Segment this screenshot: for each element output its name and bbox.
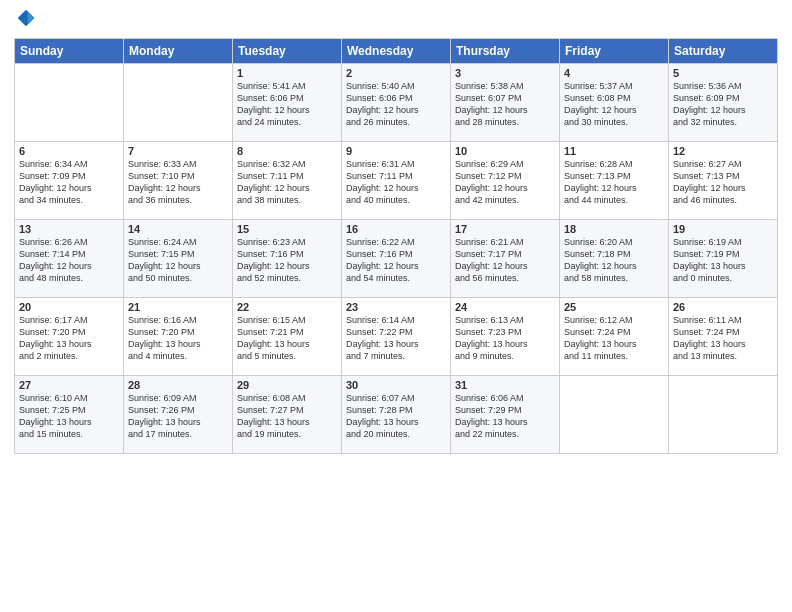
day-info: Sunrise: 6:17 AM Sunset: 7:20 PM Dayligh… [19, 314, 119, 363]
calendar-cell: 24Sunrise: 6:13 AM Sunset: 7:23 PM Dayli… [451, 298, 560, 376]
day-info: Sunrise: 5:40 AM Sunset: 6:06 PM Dayligh… [346, 80, 446, 129]
calendar-week-row: 1Sunrise: 5:41 AM Sunset: 6:06 PM Daylig… [15, 64, 778, 142]
calendar-cell: 15Sunrise: 6:23 AM Sunset: 7:16 PM Dayli… [233, 220, 342, 298]
day-info: Sunrise: 5:41 AM Sunset: 6:06 PM Dayligh… [237, 80, 337, 129]
day-info: Sunrise: 6:32 AM Sunset: 7:11 PM Dayligh… [237, 158, 337, 207]
calendar-cell: 13Sunrise: 6:26 AM Sunset: 7:14 PM Dayli… [15, 220, 124, 298]
calendar-cell: 21Sunrise: 6:16 AM Sunset: 7:20 PM Dayli… [124, 298, 233, 376]
day-number: 31 [455, 379, 555, 391]
day-number: 28 [128, 379, 228, 391]
calendar-week-row: 20Sunrise: 6:17 AM Sunset: 7:20 PM Dayli… [15, 298, 778, 376]
calendar-week-row: 13Sunrise: 6:26 AM Sunset: 7:14 PM Dayli… [15, 220, 778, 298]
day-number: 30 [346, 379, 446, 391]
calendar-cell [669, 376, 778, 454]
calendar-cell: 4Sunrise: 5:37 AM Sunset: 6:08 PM Daylig… [560, 64, 669, 142]
day-number: 21 [128, 301, 228, 313]
calendar-cell: 29Sunrise: 6:08 AM Sunset: 7:27 PM Dayli… [233, 376, 342, 454]
calendar-cell: 8Sunrise: 6:32 AM Sunset: 7:11 PM Daylig… [233, 142, 342, 220]
day-info: Sunrise: 6:22 AM Sunset: 7:16 PM Dayligh… [346, 236, 446, 285]
calendar-cell: 20Sunrise: 6:17 AM Sunset: 7:20 PM Dayli… [15, 298, 124, 376]
day-info: Sunrise: 6:15 AM Sunset: 7:21 PM Dayligh… [237, 314, 337, 363]
day-info: Sunrise: 6:09 AM Sunset: 7:26 PM Dayligh… [128, 392, 228, 441]
day-info: Sunrise: 5:38 AM Sunset: 6:07 PM Dayligh… [455, 80, 555, 129]
day-number: 10 [455, 145, 555, 157]
day-info: Sunrise: 6:20 AM Sunset: 7:18 PM Dayligh… [564, 236, 664, 285]
page: SundayMondayTuesdayWednesdayThursdayFrid… [0, 0, 792, 612]
day-info: Sunrise: 5:37 AM Sunset: 6:08 PM Dayligh… [564, 80, 664, 129]
calendar-cell: 1Sunrise: 5:41 AM Sunset: 6:06 PM Daylig… [233, 64, 342, 142]
calendar-cell: 31Sunrise: 6:06 AM Sunset: 7:29 PM Dayli… [451, 376, 560, 454]
calendar-cell: 22Sunrise: 6:15 AM Sunset: 7:21 PM Dayli… [233, 298, 342, 376]
day-info: Sunrise: 6:34 AM Sunset: 7:09 PM Dayligh… [19, 158, 119, 207]
calendar-cell: 16Sunrise: 6:22 AM Sunset: 7:16 PM Dayli… [342, 220, 451, 298]
calendar-cell: 3Sunrise: 5:38 AM Sunset: 6:07 PM Daylig… [451, 64, 560, 142]
calendar-cell: 10Sunrise: 6:29 AM Sunset: 7:12 PM Dayli… [451, 142, 560, 220]
calendar-header-tuesday: Tuesday [233, 39, 342, 64]
calendar-cell: 28Sunrise: 6:09 AM Sunset: 7:26 PM Dayli… [124, 376, 233, 454]
calendar-cell: 30Sunrise: 6:07 AM Sunset: 7:28 PM Dayli… [342, 376, 451, 454]
calendar-week-row: 6Sunrise: 6:34 AM Sunset: 7:09 PM Daylig… [15, 142, 778, 220]
day-number: 3 [455, 67, 555, 79]
calendar-table: SundayMondayTuesdayWednesdayThursdayFrid… [14, 38, 778, 454]
calendar-cell: 9Sunrise: 6:31 AM Sunset: 7:11 PM Daylig… [342, 142, 451, 220]
day-info: Sunrise: 6:28 AM Sunset: 7:13 PM Dayligh… [564, 158, 664, 207]
day-number: 6 [19, 145, 119, 157]
day-info: Sunrise: 6:12 AM Sunset: 7:24 PM Dayligh… [564, 314, 664, 363]
day-info: Sunrise: 6:21 AM Sunset: 7:17 PM Dayligh… [455, 236, 555, 285]
calendar-cell: 18Sunrise: 6:20 AM Sunset: 7:18 PM Dayli… [560, 220, 669, 298]
day-number: 17 [455, 223, 555, 235]
day-number: 25 [564, 301, 664, 313]
calendar-cell: 19Sunrise: 6:19 AM Sunset: 7:19 PM Dayli… [669, 220, 778, 298]
day-info: Sunrise: 6:13 AM Sunset: 7:23 PM Dayligh… [455, 314, 555, 363]
day-info: Sunrise: 6:24 AM Sunset: 7:15 PM Dayligh… [128, 236, 228, 285]
day-number: 8 [237, 145, 337, 157]
calendar-cell: 23Sunrise: 6:14 AM Sunset: 7:22 PM Dayli… [342, 298, 451, 376]
calendar-header-monday: Monday [124, 39, 233, 64]
day-number: 7 [128, 145, 228, 157]
day-number: 16 [346, 223, 446, 235]
calendar-cell: 5Sunrise: 5:36 AM Sunset: 6:09 PM Daylig… [669, 64, 778, 142]
day-info: Sunrise: 6:23 AM Sunset: 7:16 PM Dayligh… [237, 236, 337, 285]
day-number: 26 [673, 301, 773, 313]
day-number: 18 [564, 223, 664, 235]
calendar-header-sunday: Sunday [15, 39, 124, 64]
calendar-header-thursday: Thursday [451, 39, 560, 64]
day-info: Sunrise: 6:16 AM Sunset: 7:20 PM Dayligh… [128, 314, 228, 363]
calendar-cell: 12Sunrise: 6:27 AM Sunset: 7:13 PM Dayli… [669, 142, 778, 220]
day-number: 23 [346, 301, 446, 313]
day-info: Sunrise: 6:11 AM Sunset: 7:24 PM Dayligh… [673, 314, 773, 363]
day-info: Sunrise: 6:08 AM Sunset: 7:27 PM Dayligh… [237, 392, 337, 441]
calendar-cell: 2Sunrise: 5:40 AM Sunset: 6:06 PM Daylig… [342, 64, 451, 142]
calendar-cell: 25Sunrise: 6:12 AM Sunset: 7:24 PM Dayli… [560, 298, 669, 376]
calendar-header-friday: Friday [560, 39, 669, 64]
day-number: 5 [673, 67, 773, 79]
day-number: 19 [673, 223, 773, 235]
day-info: Sunrise: 6:07 AM Sunset: 7:28 PM Dayligh… [346, 392, 446, 441]
day-info: Sunrise: 6:26 AM Sunset: 7:14 PM Dayligh… [19, 236, 119, 285]
calendar-cell: 11Sunrise: 6:28 AM Sunset: 7:13 PM Dayli… [560, 142, 669, 220]
day-number: 13 [19, 223, 119, 235]
day-info: Sunrise: 6:31 AM Sunset: 7:11 PM Dayligh… [346, 158, 446, 207]
day-number: 2 [346, 67, 446, 79]
day-info: Sunrise: 6:33 AM Sunset: 7:10 PM Dayligh… [128, 158, 228, 207]
day-number: 20 [19, 301, 119, 313]
calendar-cell [15, 64, 124, 142]
day-number: 4 [564, 67, 664, 79]
day-number: 12 [673, 145, 773, 157]
day-info: Sunrise: 6:14 AM Sunset: 7:22 PM Dayligh… [346, 314, 446, 363]
day-info: Sunrise: 6:06 AM Sunset: 7:29 PM Dayligh… [455, 392, 555, 441]
header [14, 10, 778, 32]
calendar-cell [560, 376, 669, 454]
calendar-cell: 6Sunrise: 6:34 AM Sunset: 7:09 PM Daylig… [15, 142, 124, 220]
calendar-cell: 17Sunrise: 6:21 AM Sunset: 7:17 PM Dayli… [451, 220, 560, 298]
calendar-cell: 26Sunrise: 6:11 AM Sunset: 7:24 PM Dayli… [669, 298, 778, 376]
calendar-cell [124, 64, 233, 142]
day-number: 22 [237, 301, 337, 313]
day-info: Sunrise: 6:29 AM Sunset: 7:12 PM Dayligh… [455, 158, 555, 207]
logo [14, 14, 38, 32]
day-number: 14 [128, 223, 228, 235]
day-number: 9 [346, 145, 446, 157]
svg-marker-1 [28, 11, 35, 24]
day-number: 1 [237, 67, 337, 79]
day-info: Sunrise: 6:19 AM Sunset: 7:19 PM Dayligh… [673, 236, 773, 285]
